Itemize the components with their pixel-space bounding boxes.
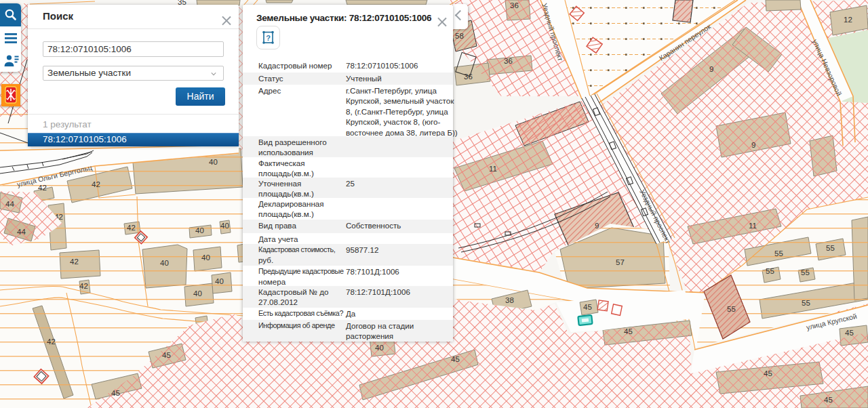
svg-text:40: 40 <box>160 259 169 267</box>
svg-text:45: 45 <box>162 351 171 359</box>
svg-text:42: 42 <box>47 338 56 346</box>
svg-text:45: 45 <box>624 327 633 335</box>
svg-text:55: 55 <box>826 244 835 252</box>
svg-text:9: 9 <box>595 222 599 230</box>
svg-text:55: 55 <box>766 267 774 275</box>
svg-text:12: 12 <box>844 16 852 24</box>
svg-text:57: 57 <box>616 258 625 266</box>
svg-text:44: 44 <box>5 200 14 208</box>
svg-text:11: 11 <box>489 165 497 173</box>
svg-text:40: 40 <box>195 226 204 234</box>
svg-text:45: 45 <box>451 355 460 363</box>
svg-text:42: 42 <box>70 258 79 266</box>
svg-text:36: 36 <box>464 73 473 81</box>
svg-text:45: 45 <box>111 389 120 397</box>
svg-text:40: 40 <box>201 253 210 262</box>
svg-text:45: 45 <box>583 303 592 311</box>
svg-text:9: 9 <box>751 141 755 149</box>
svg-text:36: 36 <box>510 1 519 9</box>
svg-text:42: 42 <box>79 282 88 290</box>
svg-text:44: 44 <box>17 228 26 236</box>
svg-text:40: 40 <box>220 222 229 230</box>
svg-text:42: 42 <box>92 180 100 188</box>
svg-text:58: 58 <box>455 32 464 40</box>
svg-text:38: 38 <box>505 296 514 304</box>
svg-text:36: 36 <box>504 57 513 65</box>
svg-text:45: 45 <box>764 369 772 378</box>
svg-text:55: 55 <box>774 249 783 258</box>
svg-text:42: 42 <box>127 224 136 232</box>
svg-text:9: 9 <box>709 65 713 73</box>
svg-text:45: 45 <box>824 396 833 404</box>
svg-text:40: 40 <box>215 277 224 285</box>
svg-text:40: 40 <box>209 158 218 166</box>
svg-text:11: 11 <box>749 222 757 230</box>
svg-text:?: ? <box>266 34 271 42</box>
svg-text:55: 55 <box>802 299 810 307</box>
svg-text:40: 40 <box>375 344 384 352</box>
svg-text:55: 55 <box>801 268 810 277</box>
svg-text:40: 40 <box>193 289 202 298</box>
svg-text:55: 55 <box>727 305 736 313</box>
svg-text:42: 42 <box>38 184 47 192</box>
svg-text:45: 45 <box>845 329 854 337</box>
